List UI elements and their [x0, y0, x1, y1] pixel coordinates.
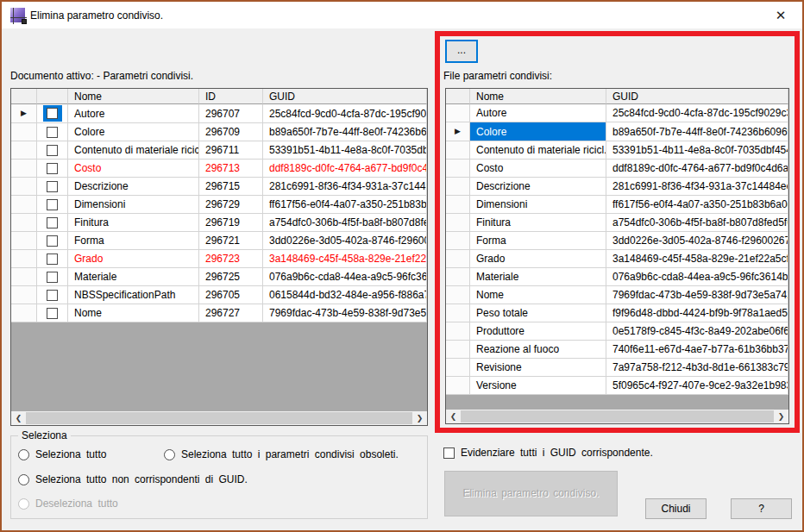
table-row[interactable]: Revisione7a97a758-f212-4b3d-8d1e-661383c…	[446, 359, 788, 377]
cell-nome[interactable]: Autore	[68, 104, 199, 123]
table-row[interactable]: Costo296713ddf8189c-d0fc-4764-a677-bd9f0…	[11, 160, 427, 178]
table-row[interactable]: Reazione al fuoco740f6e11-e67d-4ae7-b77a…	[446, 341, 788, 359]
cell-guid[interactable]: 25c84fcd-9cd0-4cfa-87dc-195cf9029c...	[263, 104, 427, 123]
table-row[interactable]: Dimensioni296729ff617f56-e0f4-4a07-a350-…	[11, 196, 427, 214]
browse-button[interactable]: ...	[445, 40, 478, 63]
checkbox-cell[interactable]	[37, 141, 68, 160]
table-row[interactable]: Versione5f0965c4-f927-407e-9ce2-9a32e1b9…	[446, 377, 788, 395]
row-checkbox[interactable]	[47, 127, 58, 138]
checkbox-cell[interactable]	[37, 178, 68, 196]
checkbox-cell[interactable]	[37, 104, 68, 123]
radio-seleziona-non-corrispondenti[interactable]: Seleziona tutto non corrispondenti di GU…	[18, 473, 248, 485]
radio-icon[interactable]	[164, 449, 175, 460]
right-grid-horizontal-scrollbar[interactable]: ❮ ❯	[446, 410, 788, 423]
cell-guid[interactable]: a754dfc0-306b-4f5f-ba8f-b807d8fed5f6	[606, 214, 788, 232]
column-header-id[interactable]: ID	[199, 89, 263, 104]
table-row[interactable]: ▶Autore29670725c84fcd-9cd0-4cfa-87dc-195…	[11, 104, 427, 123]
cell-guid[interactable]: 281c6991-8f36-4f34-931a-37c14484e...	[263, 178, 427, 196]
table-row[interactable]: NBSSpecificationPath2967050615844d-bd32-…	[11, 286, 427, 304]
scroll-right-icon[interactable]: ❯	[412, 411, 427, 425]
cell-nome[interactable]: Grado	[470, 250, 606, 268]
row-checkbox[interactable]	[47, 181, 58, 192]
cell-guid[interactable]: 7969fdac-473b-4e59-838f-9d73e5a74...	[263, 304, 427, 322]
cell-nome[interactable]: Forma	[470, 232, 606, 250]
cell-guid[interactable]: ff617f56-e0f4-4a07-a350-251b83b6a0df	[606, 196, 788, 214]
table-row[interactable]: Grado3a148469-c45f-458a-829e-21ef22a5cf2…	[446, 250, 788, 268]
table-row[interactable]: Contenuto di materiale ricicl...29671153…	[11, 141, 427, 160]
cell-guid[interactable]: ddf8189c-d0fc-4764-a677-bd9f0c4d6a2d	[606, 160, 788, 178]
row-checkbox[interactable]	[47, 199, 58, 210]
close-button[interactable]: Chiudi	[645, 498, 707, 519]
active-document-grid[interactable]: Nome ID GUID ▶Autore29670725c84fcd-9cd0-…	[10, 88, 428, 426]
cell-id[interactable]: 296729	[199, 196, 263, 214]
row-checkbox[interactable]	[47, 308, 58, 319]
cell-id[interactable]: 296727	[199, 304, 263, 322]
table-row[interactable]: Forma3dd0226e-3d05-402a-8746-f296002671e…	[446, 232, 788, 250]
table-row[interactable]: Costoddf8189c-d0fc-4764-a677-bd9f0c4d6a2…	[446, 160, 788, 178]
cell-guid[interactable]: b89a650f-7b7e-44ff-8e0f-74236b609694	[263, 123, 427, 141]
table-row[interactable]: Descrizione296715281c6991-8f36-4f34-931a…	[11, 178, 427, 196]
cell-nome[interactable]: Contenuto di materiale ricicl...	[470, 141, 606, 160]
cell-nome[interactable]: Autore	[470, 104, 606, 122]
left-grid-horizontal-scrollbar[interactable]: ❮ ❯	[11, 411, 427, 425]
cell-nome[interactable]: Descrizione	[470, 178, 606, 196]
row-checkbox[interactable]	[47, 163, 58, 174]
table-row[interactable]: Finitura296719a754dfc0-306b-4f5f-ba8f-b8…	[11, 214, 427, 232]
radio-icon[interactable]	[18, 474, 29, 485]
cell-nome[interactable]: Contenuto di materiale ricicl...	[68, 141, 199, 160]
checkbox-cell[interactable]	[37, 214, 68, 232]
table-row[interactable]: Materiale076a9b6c-cda8-44ea-a9c5-96fc361…	[446, 268, 788, 286]
cell-guid[interactable]: 3dd0226e-3d05-402a-8746-f29600267...	[263, 232, 427, 250]
cell-guid[interactable]: 53391b51-4b11-4e8a-8c0f-7035dbf45...	[263, 141, 427, 160]
checkbox-cell[interactable]	[37, 196, 68, 214]
cell-nome[interactable]: Nome	[470, 286, 606, 304]
checkbox-cell[interactable]	[37, 160, 68, 178]
cell-nome[interactable]: Costo	[68, 160, 199, 178]
cell-id[interactable]: 296707	[199, 104, 263, 123]
help-button[interactable]: ?	[731, 498, 792, 519]
scroll-left-icon[interactable]: ❮	[446, 410, 461, 423]
cell-id[interactable]: 296715	[199, 178, 263, 196]
table-row[interactable]: Descrizione281c6991-8f36-4f34-931a-37c14…	[446, 178, 788, 196]
cell-nome[interactable]: Materiale	[68, 268, 199, 286]
cell-id[interactable]: 296723	[199, 250, 263, 268]
cell-nome[interactable]: Versione	[470, 377, 606, 395]
checkbox-cell[interactable]	[37, 250, 68, 268]
table-row[interactable]: Grado2967233a148469-c45f-458a-829e-21ef2…	[11, 250, 427, 268]
checkbox-cell[interactable]	[37, 268, 68, 286]
table-row[interactable]: Peso totalef9f96d48-dbbd-4424-bf9b-9f78a…	[446, 304, 788, 322]
cell-guid[interactable]: 3a148469-c45f-458a-829e-21ef22a5cf2	[263, 250, 427, 268]
row-checkbox[interactable]	[47, 235, 58, 247]
cell-guid[interactable]: 0e5178f9-c845-4f3c-8a49-202abe06f6b7	[606, 322, 788, 341]
cell-nome[interactable]: NBSSpecificationPath	[68, 286, 199, 304]
cell-nome[interactable]: Finitura	[68, 214, 199, 232]
scrollbar-thumb[interactable]	[461, 410, 774, 422]
cell-guid[interactable]: f9f96d48-dbbd-4424-bf9b-9f78a1aed5d0	[606, 304, 788, 322]
cell-guid[interactable]: 281c6991-8f36-4f34-931a-37c14484ee7d	[606, 178, 788, 196]
cell-guid[interactable]: 7a97a758-f212-4b3d-8d1e-661383c79e4d	[606, 359, 788, 377]
row-checkbox[interactable]	[47, 217, 58, 228]
cell-guid[interactable]: 076a9b6c-cda8-44ea-a9c5-96fc3614bc28	[606, 268, 788, 286]
row-checkbox[interactable]	[47, 272, 58, 283]
cell-nome[interactable]: Descrizione	[68, 178, 199, 196]
cell-nome[interactable]: Reazione al fuoco	[470, 341, 606, 359]
cell-guid[interactable]: 7969fdac-473b-4e59-838f-9d73e5a74295	[606, 286, 788, 304]
row-checkbox[interactable]	[47, 290, 58, 301]
cell-id[interactable]: 296711	[199, 141, 263, 160]
table-row[interactable]: Forma2967213dd0226e-3d05-402a-8746-f2960…	[11, 232, 427, 250]
checkbox-cell[interactable]	[37, 232, 68, 250]
cell-nome[interactable]: Dimensioni	[470, 196, 606, 214]
cell-guid[interactable]: b89a650f-7b7e-44ff-8e0f-74236b609694	[606, 122, 788, 141]
cell-guid[interactable]: 3dd0226e-3d05-402a-8746-f296002671e6	[606, 232, 788, 250]
column-header-nome[interactable]: Nome	[470, 89, 606, 104]
cell-nome[interactable]: Dimensioni	[68, 196, 199, 214]
cell-nome[interactable]: Colore	[470, 122, 606, 141]
cell-guid[interactable]: 5f0965c4-f927-407e-9ce2-9a32e1b983d5	[606, 377, 788, 395]
table-row[interactable]: Materiale296725076a9b6c-cda8-44ea-a9c5-9…	[11, 268, 427, 286]
cell-nome[interactable]: Revisione	[470, 359, 606, 377]
cell-nome[interactable]: Costo	[470, 160, 606, 178]
cell-nome[interactable]: Forma	[68, 232, 199, 250]
table-row[interactable]: Finituraa754dfc0-306b-4f5f-ba8f-b807d8fe…	[446, 214, 788, 232]
close-icon[interactable]: ✕	[772, 7, 789, 24]
scroll-right-icon[interactable]: ❯	[774, 410, 788, 423]
